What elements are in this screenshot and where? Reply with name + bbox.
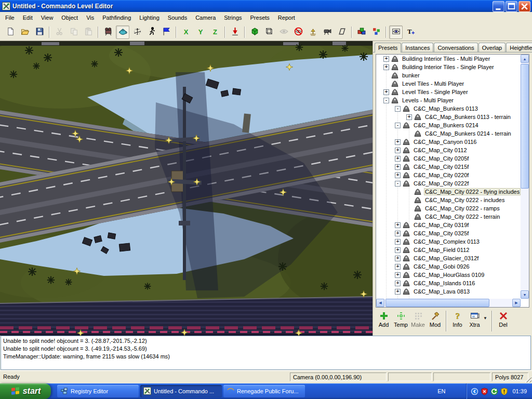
expander-plus[interactable]: + [395,164,401,170]
tree-item[interactable]: C&C_Map_City 0222 - flying includes [376,188,521,196]
scroll-thumb-vertical[interactable] [521,64,529,189]
tree-item[interactable]: +C&C_Map_Gobi 0926 [376,262,521,271]
expander-plus[interactable]: + [395,139,401,145]
expander-plus[interactable]: + [395,239,401,245]
expander-minus[interactable]: - [395,106,401,112]
del-button[interactable]: Del [495,310,512,328]
expander-plus[interactable]: + [395,281,401,286]
save-button[interactable] [33,25,46,39]
teapot-button[interactable] [116,25,129,39]
tree-item[interactable]: +C&C_Map_Bunkers 0113 - terrain [376,113,521,121]
expander-minus[interactable]: - [383,98,389,103]
taskbar-button[interactable]: Untitled - Commando ... [140,385,222,397]
scroll-left-button[interactable]: ◀ [376,299,384,307]
start-button[interactable]: start [0,383,51,399]
expander-plus[interactable]: + [383,89,389,95]
rgb-squares-button[interactable] [369,25,383,39]
tree-item[interactable]: +Building Interior Tiles - Single Player [376,63,521,71]
tree-item[interactable]: -C&C_Map_City 0222f [376,179,521,188]
menu-file[interactable]: File [1,12,19,23]
camera-view-button[interactable] [321,25,334,39]
tab-instances[interactable]: Instances [402,43,433,52]
tree-item[interactable]: +Building Interior Tiles - Multi Player [376,55,521,63]
security-alert-icon[interactable] [481,388,488,395]
viewport-3d[interactable] [0,41,373,336]
maximize-button[interactable] [506,1,517,12]
tree-scrollbar-vertical[interactable]: ▲ ▼ [521,55,529,299]
tree-item[interactable]: +C&C_Map_City 0215f [376,163,521,171]
axis-z-button[interactable]: Z [208,25,222,39]
menu-report[interactable]: Report [274,12,299,23]
menu-object[interactable]: Object [57,12,82,23]
info-button[interactable]: ?Info [449,310,466,328]
rgb-cubes-button[interactable] [355,25,368,39]
expander-plus[interactable]: + [395,256,401,261]
scroll-up-button[interactable]: ▲ [521,55,529,63]
tree-item[interactable]: +C&C_Map_City 0112 [376,146,521,154]
menu-pathfinding[interactable]: Pathfinding [98,12,135,23]
tree-item[interactable]: +C&C_Map_City 0325f [376,229,521,237]
menu-presets[interactable]: Presets [246,12,274,23]
scroll-right-button[interactable]: ▶ [512,299,521,307]
tree-item[interactable]: +Level Tiles - Single Player [376,88,521,96]
tree-item[interactable]: +C&C_Map_Complex 0113 [376,237,521,246]
axis-gizmo-button[interactable] [130,25,144,39]
menu-camera[interactable]: Camera [191,12,220,23]
tree-item[interactable]: +C&C_Map_Lava 0813 [376,287,521,296]
wireframe-view-button[interactable] [262,25,276,39]
mod-button[interactable]: Mod [427,310,444,328]
tab-heightfield[interactable]: Heightfield [506,43,532,52]
title-bar[interactable]: Untitled - Commando Level Editor [0,0,532,12]
walk-mode-button[interactable] [145,25,158,39]
tree-item[interactable]: +C&C_Map_City 0205f [376,154,521,163]
temp-button[interactable]: Temp [392,310,409,328]
resize-grip[interactable] [525,376,531,382]
expander-plus[interactable]: + [395,148,401,153]
tree-item[interactable]: Level Tiles - Multi Player [376,79,521,88]
taskbar-clock[interactable]: 01:39 [512,388,527,394]
menu-sounds[interactable]: Sounds [164,12,191,23]
tree-item[interactable]: C&C_Map_Bunkers 0214 - terrain [376,129,521,138]
xtra-dropdown-arrow[interactable]: ▼ [483,310,489,321]
expander-plus[interactable]: + [395,156,401,162]
tab-presets[interactable]: Presets [375,43,401,52]
hide-button[interactable] [291,25,305,39]
open-folder-button[interactable] [18,25,32,39]
scroll-down-button[interactable]: ▼ [521,290,529,299]
tree-item[interactable]: +C&C_Map_Field 0112 [376,246,521,254]
taskbar-button[interactable]: eRenegade Public Foru... [223,385,305,397]
axis-x-button[interactable]: X [179,25,193,39]
expander-plus[interactable]: + [395,172,401,178]
raise-object-button[interactable] [306,25,320,39]
tree-item[interactable]: +C&C_Map_City 0220f [376,171,521,179]
expander-plus[interactable]: + [406,114,412,120]
expander-minus[interactable]: - [395,123,401,128]
visibility-box-button[interactable] [389,25,403,39]
update-status-icon[interactable] [490,388,498,395]
menu-edit[interactable]: Edit [19,12,37,23]
text-tool-button[interactable]: T [404,25,417,39]
axis-y-button[interactable]: Y [194,25,207,39]
add-button[interactable]: Add [375,310,392,328]
tree-item[interactable]: +C&C_Map_Islands 0116 [376,279,521,287]
expander-plus[interactable]: + [383,56,389,62]
expander-plus[interactable]: + [395,264,401,270]
expander-minus[interactable]: - [395,181,401,187]
warning-shield-icon[interactable] [500,388,508,395]
scene-camera-button[interactable] [101,25,115,39]
tree-scrollbar-horizontal[interactable]: ◀ ▶ [376,299,521,307]
minimize-button[interactable] [493,1,504,12]
menu-vis[interactable]: Vis [82,12,98,23]
tree-item[interactable]: +C&C_Map_Canyon 0116 [376,138,521,146]
tree-item[interactable]: +C&C_Map_City 0319f [376,221,521,229]
new-document-button[interactable] [4,25,17,39]
tray-chevron-icon[interactable] [471,388,478,395]
tree-item[interactable]: C&C_Map_City 0222 - includes [376,196,521,204]
tree-item[interactable]: -C&C_Map_Bunkers 0214 [376,121,521,129]
scroll-thumb-horizontal[interactable] [385,299,489,307]
expander-plus[interactable]: + [395,231,401,236]
expander-plus[interactable]: + [395,247,401,253]
menu-strings[interactable]: Strings [220,12,246,23]
taskbar-button[interactable]: Registry Editor [57,385,139,397]
tree-item[interactable]: C&C_Map_City 0222 - terrain [376,212,521,221]
